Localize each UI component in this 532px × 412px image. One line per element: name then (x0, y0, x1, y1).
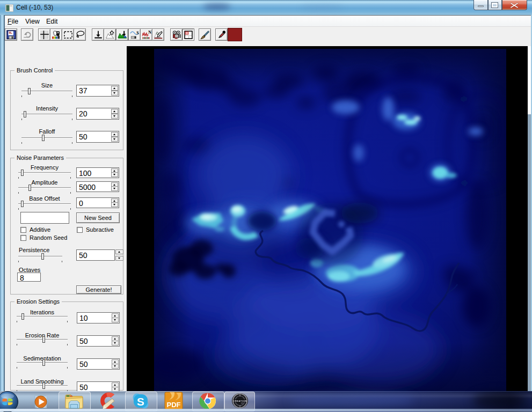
svg-text:PDF: PDF (167, 401, 181, 409)
svg-text:S: S (137, 395, 144, 408)
svg-text:S: S (136, 31, 139, 35)
svg-text:N: N (148, 30, 151, 35)
svg-text:KIT: KIT (241, 402, 244, 404)
svg-text:CREATION: CREATION (233, 400, 247, 402)
